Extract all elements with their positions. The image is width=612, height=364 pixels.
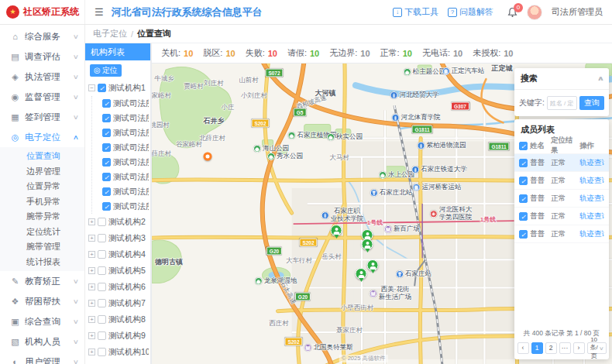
- org-tree-node[interactable]: +测试机构2: [88, 214, 149, 230]
- next-page-button[interactable]: ›: [573, 342, 585, 354]
- org-tree-leaf[interactable]: ✓测试司法所7: [102, 184, 149, 199]
- org-tree-node[interactable]: +测试机构7: [88, 295, 149, 311]
- sidebar-subitem-wristband-abnormal[interactable]: 腕带异常: [0, 209, 84, 225]
- tree-checkbox[interactable]: ✓: [519, 212, 528, 221]
- download-tools-link[interactable]: ↓ 下载工具: [393, 6, 438, 18]
- tree-checkbox[interactable]: ✓: [102, 143, 111, 152]
- trajectory-query-link[interactable]: 轨迹查询: [579, 176, 604, 186]
- expand-node-icon[interactable]: +: [88, 349, 95, 355]
- sidebar-item-services[interactable]: ⌂综合服务∨: [0, 26, 84, 46]
- org-tree-node[interactable]: +测试机构8: [88, 311, 149, 328]
- sidebar-item-e-location[interactable]: ◎电子定位∧: [0, 127, 84, 147]
- org-tree-node[interactable]: +测试机构4: [88, 246, 149, 263]
- sidebar-item-education[interactable]: ✎教育矫正∨: [0, 271, 84, 291]
- tree-checkbox[interactable]: ✓: [102, 187, 111, 196]
- member-location-marker[interactable]: [367, 259, 379, 271]
- expand-node-icon[interactable]: +: [88, 283, 95, 290]
- sidebar-item-query[interactable]: ▣综合查询∨: [0, 311, 84, 331]
- trajectory-query-link[interactable]: 轨迹查询: [579, 194, 604, 204]
- tree-checkbox[interactable]: ✓: [102, 129, 111, 137]
- sidebar-item-org-staff[interactable]: ▧机构人员∨: [0, 331, 84, 352]
- org-tree-leaf[interactable]: ✓测试司法所1: [102, 96, 149, 111]
- tree-checkbox[interactable]: ✓: [102, 173, 111, 181]
- select-all-checkbox[interactable]: ✓: [519, 142, 528, 150]
- expand-node-icon[interactable]: +: [88, 300, 95, 307]
- tree-checkbox[interactable]: ✓: [98, 84, 106, 92]
- collapse-panel-icon[interactable]: ∧: [597, 75, 604, 82]
- sidebar-subitem-wristband-manage[interactable]: 腕带管理: [0, 239, 84, 255]
- expand-node-icon[interactable]: +: [88, 267, 95, 274]
- keyword-input[interactable]: [547, 96, 577, 110]
- question-icon: ?: [448, 8, 457, 17]
- org-tree-node[interactable]: +测试机构10: [88, 344, 149, 360]
- username[interactable]: 司法所管理员: [552, 6, 603, 18]
- tree-checkbox[interactable]: ✓: [519, 177, 528, 185]
- sidebar-subitem-boundary[interactable]: 边界管理: [0, 164, 84, 180]
- page-button-2[interactable]: 2: [545, 342, 557, 354]
- member-location-marker[interactable]: [331, 225, 342, 236]
- hamburger-menu-icon[interactable]: ☰: [95, 6, 104, 18]
- org-tree-leaf[interactable]: ✓测试司法所3: [102, 125, 149, 140]
- breadcrumb-section[interactable]: 电子定位: [93, 28, 127, 39]
- org-tree-leaf[interactable]: ✓测试司法所6: [102, 170, 149, 184]
- sidebar-item-assistance[interactable]: ❖帮困帮扶∨: [0, 291, 84, 311]
- trajectory-query-link[interactable]: 轨迹查询: [579, 211, 604, 221]
- tree-checkbox[interactable]: [98, 218, 106, 226]
- sidebar-subitem-location-abnormal[interactable]: 位置异常: [0, 179, 84, 194]
- sidebar-subitem-location-query[interactable]: 位置查询: [0, 149, 84, 164]
- tree-checkbox[interactable]: [98, 348, 106, 356]
- sidebar-item-supervision[interactable]: ◉监督管理∨: [0, 87, 84, 107]
- org-tree-node[interactable]: +测试机构3: [88, 230, 149, 246]
- qa-link[interactable]: ? 问题解答: [448, 6, 493, 18]
- tree-checkbox[interactable]: [98, 331, 106, 340]
- page-button-1[interactable]: 1: [531, 342, 543, 354]
- user-avatar[interactable]: [527, 5, 542, 20]
- locate-tag-button[interactable]: ◎ 定位: [90, 64, 122, 77]
- search-button[interactable]: 查询: [579, 96, 604, 110]
- tree-checkbox[interactable]: ✓: [102, 158, 111, 167]
- more-pages-button[interactable]: ···: [559, 342, 571, 354]
- prev-page-button[interactable]: ‹: [517, 342, 529, 354]
- tree-checkbox[interactable]: [98, 299, 106, 307]
- map-canvas[interactable]: 牛城乡贾峪村山前村刘庄村鲁家峪村小刘庄村小庄石井乡桃园村北薛庄村谷家峪村西薛庄村…: [152, 64, 612, 364]
- org-tree-leaf[interactable]: ✓测试司法所5: [102, 155, 149, 170]
- expand-node-icon[interactable]: +: [88, 218, 95, 225]
- sidebar-item-checkin[interactable]: ▦签到管理∨: [0, 107, 84, 127]
- org-tree-node[interactable]: +测试机构5: [88, 263, 149, 279]
- page-size-select[interactable]: 10条/页∨: [587, 342, 607, 354]
- tree-checkbox[interactable]: ✓: [519, 230, 528, 239]
- expand-node-icon[interactable]: +: [88, 332, 95, 339]
- notification-bell-icon[interactable]: 0: [507, 7, 517, 18]
- sidebar-item-survey[interactable]: ▤调查评估∨: [0, 46, 84, 67]
- tree-checkbox[interactable]: ✓: [102, 114, 111, 122]
- alert-location-marker[interactable]: [204, 153, 212, 161]
- org-tree-node[interactable]: +测试机构6: [88, 279, 149, 295]
- tree-checkbox[interactable]: ✓: [102, 99, 111, 108]
- expand-node-icon[interactable]: +: [88, 251, 95, 258]
- tree-checkbox[interactable]: [98, 315, 106, 324]
- sidebar-item-user-manage[interactable]: ◐用户管理∨: [0, 352, 84, 364]
- org-tree-leaf[interactable]: ✓测试司法所2: [102, 111, 149, 125]
- sidebar-subitem-location-stats[interactable]: 定位统计: [0, 225, 84, 240]
- tree-checkbox[interactable]: [98, 234, 106, 242]
- tree-checkbox[interactable]: [98, 266, 106, 275]
- org-tree-node[interactable]: −✓测试机构1: [88, 80, 149, 96]
- expand-node-icon[interactable]: +: [88, 235, 95, 242]
- tree-checkbox[interactable]: [98, 283, 106, 291]
- sidebar-subitem-phone-abnormal[interactable]: 手机异常: [0, 194, 84, 210]
- trajectory-query-link[interactable]: 轨迹查询: [579, 158, 604, 168]
- org-tree-node[interactable]: +测试机构9: [88, 328, 149, 344]
- expand-node-icon[interactable]: +: [88, 316, 95, 323]
- member-location-marker[interactable]: [362, 239, 373, 250]
- org-tree-leaf[interactable]: ✓测试司法所4: [102, 140, 149, 155]
- sidebar-subitem-report[interactable]: 统计报表: [0, 255, 84, 270]
- member-location-marker[interactable]: [356, 268, 367, 280]
- tree-checkbox[interactable]: ✓: [519, 194, 528, 203]
- tree-checkbox[interactable]: ✓: [102, 202, 111, 211]
- collapse-node-icon[interactable]: −: [88, 84, 95, 91]
- tree-checkbox[interactable]: ✓: [519, 159, 528, 167]
- sidebar-item-enforcement[interactable]: ◈执法管理∨: [0, 67, 84, 87]
- org-tree-leaf[interactable]: ✓测试司法所8: [102, 199, 149, 214]
- trajectory-query-link[interactable]: 轨迹查询: [579, 229, 604, 239]
- tree-checkbox[interactable]: [98, 250, 106, 259]
